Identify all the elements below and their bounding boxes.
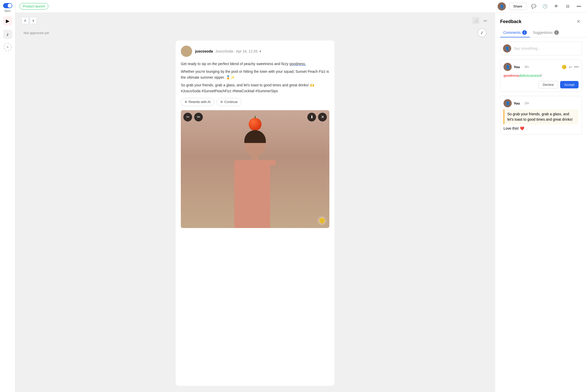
nav-up-button[interactable]: ∧ xyxy=(22,17,29,24)
view-toggle: ⬜ ▭ xyxy=(472,17,489,24)
post-area: ∧ ∨ ⬜ ▭ Not approved yet ✓ xyxy=(15,13,495,392)
comment-input-area[interactable]: 👤 Say something... xyxy=(500,42,582,55)
topbar-right: 👤 Share 💬 🕐 👁 ⊟ ••• xyxy=(498,2,583,11)
sidebar: Sync ▶ ♪ + xyxy=(0,0,15,392)
topbar: Product launch 👤 Share 💬 🕐 👁 ⊟ ••• xyxy=(15,0,587,13)
close-feedback-button[interactable]: ✕ xyxy=(575,18,582,25)
topbar-left: Product launch xyxy=(19,3,48,9)
strikethrough-text: goodness xyxy=(504,74,519,78)
suggestion-text: goodnessdeliciousness! xyxy=(504,73,579,78)
layout-icon-btn[interactable]: ⊟ xyxy=(563,2,572,11)
continue-button[interactable]: ≡ Continue xyxy=(216,98,241,106)
ai-toolbar: ≡ Rewrite with AI ≡ Continue xyxy=(181,98,329,106)
sidebar-item-youtube[interactable]: ▶ xyxy=(3,16,12,26)
comment-placeholder: Say something... xyxy=(514,46,540,50)
download-button[interactable]: ⬇ xyxy=(307,113,316,121)
rewrite-ai-button[interactable]: ≡ Rewrite with AI xyxy=(181,98,214,106)
highlighted-word: goodness. xyxy=(289,62,306,66)
react-icon[interactable]: 🙂 xyxy=(562,65,567,69)
comment-1-time: · 3m xyxy=(523,65,529,69)
comment-2-time: · 2m xyxy=(523,101,529,105)
post-line2: Whether you're lounging by the pool or h… xyxy=(181,69,329,80)
close-media-button[interactable]: ✕ xyxy=(318,113,327,121)
comment-body-text: Love this! ❤️ xyxy=(504,126,579,131)
feedback-tabs: Comments 1 Suggestions 1 xyxy=(495,25,587,37)
post-line3: So grab your friends, grab a glass, and … xyxy=(181,82,329,94)
approval-bar: ∧ ∨ ⬜ ▭ xyxy=(15,13,495,28)
feedback-header: Feedback ✕ xyxy=(495,13,587,25)
main-area: Product launch 👤 Share 💬 🕐 👁 ⊟ ••• ∧ ∨ xyxy=(15,0,587,392)
sidebar-item-tiktok[interactable]: ♪ xyxy=(3,30,12,39)
comment-1-avatar: 👤 xyxy=(504,63,512,71)
view-icon-btn[interactable]: 👁 xyxy=(552,2,560,11)
feedback-panel: Feedback ✕ Comments 1 Suggestions 1 👤 Sa… xyxy=(495,13,587,392)
post-username-text: juscosoda xyxy=(195,49,213,53)
comment-quote-text: So grab your friends, grab a glass, and … xyxy=(504,109,579,124)
feedback-title: Feedback xyxy=(500,19,521,24)
accept-button[interactable]: Accept xyxy=(560,81,579,88)
comment-2-header: 👤 You · 2m xyxy=(504,99,579,107)
sync-label: Sync xyxy=(4,9,11,12)
media-area: ✂ ✏ ⬇ ✕ 🙂 xyxy=(181,110,329,228)
scissors-button[interactable]: ✂ xyxy=(183,113,192,121)
media-controls: ✂ ✏ ⬇ ✕ xyxy=(183,113,327,121)
more-icon[interactable]: ••• xyxy=(574,65,579,69)
rewrite-label: Rewrite with AI xyxy=(188,100,211,104)
product-launch-badge: Product launch xyxy=(19,3,48,9)
post-username: juscosoda JuscoSoda · Apr 24, 12:26 ▾ xyxy=(195,49,329,53)
continue-label: Continue xyxy=(224,100,238,104)
decline-button[interactable]: Decline xyxy=(538,81,558,88)
comments-count-badge: 1 xyxy=(522,30,527,35)
post-user-info: juscosoda JuscoSoda · Apr 24, 12:26 ▾ xyxy=(195,49,329,53)
sync-toggle[interactable]: Sync xyxy=(3,3,12,12)
annotation-button[interactable]: ✏ xyxy=(194,113,203,121)
comment-1-header: 👤 You · 3m 🙂 ↩ ••• xyxy=(504,63,579,71)
tab-suggestions-label: Suggestions xyxy=(533,30,553,35)
continue-icon: ≡ xyxy=(220,100,223,104)
approve-button[interactable]: ✓ xyxy=(477,28,487,37)
comment-2-user: 👤 You · 2m xyxy=(504,99,529,107)
comment-2-username: You xyxy=(514,101,520,105)
post-content[interactable]: Get ready to sip on the perfect blend of… xyxy=(181,61,329,94)
post-header: juscosoda JuscoSoda · Apr 24, 12:26 ▾ xyxy=(181,46,329,57)
comment-1-username: You xyxy=(514,65,520,69)
comment-icon-btn[interactable]: 💬 xyxy=(530,2,538,11)
feedback-content: 👤 Say something... 👤 You · 3m 🙂 ↩ xyxy=(495,37,587,392)
comment-1-user: 👤 You · 3m xyxy=(504,63,529,71)
post-avatar xyxy=(181,46,192,57)
history-icon-btn[interactable]: 🕐 xyxy=(541,2,549,11)
content-area: ∧ ∨ ⬜ ▭ Not approved yet ✓ xyxy=(15,13,587,392)
nav-down-button[interactable]: ∨ xyxy=(30,17,37,24)
not-approved-label: Not approved yet xyxy=(24,31,49,35)
reply-icon[interactable]: ↩ xyxy=(569,65,572,69)
sync-toggle-switch[interactable] xyxy=(3,3,12,8)
post-handle: JuscoSoda · Apr 24, 12:26 ▾ xyxy=(215,49,261,53)
comment-quote-item: 👤 You · 2m So grab your friends, grab a … xyxy=(500,96,582,135)
suggestions-count-badge: 1 xyxy=(554,30,559,35)
desktop-view-btn[interactable]: ⬜ xyxy=(472,17,479,24)
media-btn-left-group: ✂ ✏ xyxy=(183,113,203,121)
replacement-text: deliciousness xyxy=(519,74,541,78)
tab-comments[interactable]: Comments 1 xyxy=(500,28,530,37)
post-container: juscosoda JuscoSoda · Apr 24, 12:26 ▾ Ge… xyxy=(15,40,495,392)
media-btn-right-group: ⬇ ✕ xyxy=(307,113,327,121)
tab-comments-label: Comments xyxy=(503,30,521,35)
add-platform-button[interactable]: + xyxy=(4,43,12,51)
emoji-button[interactable]: 🙂 xyxy=(318,216,326,225)
accept-decline-actions: Decline Accept xyxy=(504,81,579,88)
suffix-text: ! xyxy=(541,74,542,78)
mobile-view-btn[interactable]: ▭ xyxy=(481,17,489,24)
comment-1-actions: 🙂 ↩ ••• xyxy=(562,65,579,69)
post-card: juscosoda JuscoSoda · Apr 24, 12:26 ▾ Ge… xyxy=(176,40,334,386)
comment-2-avatar: 👤 xyxy=(504,99,512,107)
rewrite-icon: ≡ xyxy=(185,100,187,104)
nav-arrows: ∧ ∨ xyxy=(22,17,37,24)
share-button[interactable]: Share xyxy=(509,3,527,10)
tab-suggestions[interactable]: Suggestions 1 xyxy=(530,28,562,37)
current-user-avatar: 👤 xyxy=(503,44,511,53)
more-icon-btn[interactable]: ••• xyxy=(575,2,583,11)
user-avatar: 👤 xyxy=(498,2,506,11)
comment-suggestion: 👤 You · 3m 🙂 ↩ ••• goodnessdeliciousness… xyxy=(500,59,582,92)
